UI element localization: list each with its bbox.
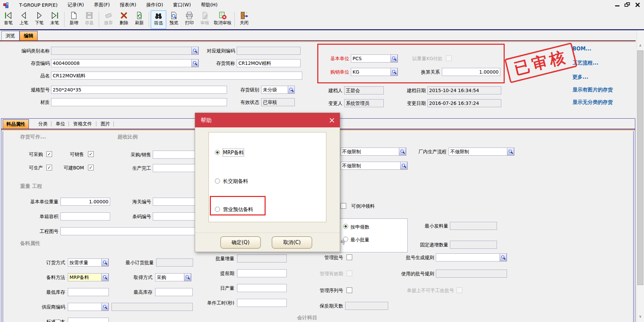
help-dialog: 帮助 MRP备料 长交期备料 营业预估备料 确定(Q) 取消(C) <box>195 113 340 252</box>
limit2-lookup-button[interactable] <box>400 162 407 170</box>
spec-input[interactable]: 250*240*35 <box>51 86 227 94</box>
min-stock-input[interactable] <box>68 288 109 296</box>
first-record-button[interactable]: 首笔 <box>1 10 16 29</box>
box-volume-input[interactable] <box>60 212 110 220</box>
restore-icon[interactable] <box>623 1 633 8</box>
used-batch-rule-input <box>436 270 507 278</box>
section-usable: 存货可作... <box>20 134 46 140</box>
menu-help[interactable]: 帮助(H) <box>196 0 222 10</box>
batch-rule-input[interactable] <box>436 253 507 261</box>
label-trade-unit: 购销单位 <box>325 68 349 76</box>
subtab-unit[interactable]: 单位 <box>52 119 68 129</box>
item-name-input[interactable]: CR12MOV精料 <box>51 72 302 80</box>
scrollbar-thumb[interactable] <box>637 50 643 285</box>
max-stock-input[interactable] <box>155 288 193 296</box>
label-sales-forecast[interactable]: 营业预估备料 <box>223 206 253 213</box>
audit-icon <box>200 11 209 20</box>
daily-output-input[interactable] <box>237 284 287 292</box>
issue-by-request-radio[interactable] <box>343 224 348 229</box>
supplier-lookup-button[interactable] <box>101 303 108 311</box>
item-code-input[interactable]: 400400008 <box>51 59 199 67</box>
subtab-item-attributes[interactable]: 料品属性 <box>3 119 29 129</box>
base-weight-input[interactable]: 1.00000 <box>60 198 110 206</box>
factory-flow-lookup-button[interactable] <box>507 148 514 156</box>
coding-category-input[interactable] <box>51 47 199 55</box>
backflush-checkbox[interactable] <box>340 203 346 209</box>
std-cost-input[interactable] <box>68 318 109 322</box>
menu-window[interactable]: 窗口(W) <box>168 0 196 10</box>
dialog-close-icon[interactable] <box>328 116 336 124</box>
panel-inner-border <box>3 131 3 322</box>
limit1-input[interactable]: 不做限制 <box>340 148 406 156</box>
manage-serial-checkbox[interactable] <box>347 287 352 293</box>
factory-flow-input[interactable]: 不做限制 <box>449 148 514 156</box>
limit2-input[interactable]: 不做限制 <box>340 162 408 170</box>
label-mrp-stock[interactable]: MRP备料 <box>223 149 244 156</box>
limit1-lookup-button[interactable] <box>399 148 406 156</box>
subtab-qualification[interactable]: 资格文件 <box>70 119 95 129</box>
audit-button: 审核 <box>197 10 213 29</box>
item-code-lookup-button[interactable] <box>191 59 198 67</box>
tab-edit[interactable]: 编辑 <box>19 31 38 40</box>
coding-category-lookup-button[interactable] <box>191 47 198 55</box>
sellable-checkbox[interactable] <box>88 151 94 157</box>
close-icon[interactable] <box>633 1 643 8</box>
link-bom[interactable]: BOM... <box>572 46 591 52</box>
order-mode-lookup-button[interactable] <box>101 258 108 267</box>
item-abbr-input[interactable]: CR12MOV精料 <box>237 59 301 67</box>
label-create-date: 建档日期 <box>393 86 426 94</box>
refresh-button[interactable]: 刷新 <box>132 10 147 29</box>
rule-code-input[interactable] <box>237 47 301 55</box>
filter-button[interactable]: 筛选 <box>151 10 166 29</box>
tab-browse[interactable]: 浏览 <box>1 31 19 40</box>
scroll-up-icon[interactable]: ∧ <box>637 42 644 49</box>
cancel-button[interactable]: 取消(C) <box>272 236 312 249</box>
mrp-stock-radio[interactable] <box>215 150 220 155</box>
unit-time-input[interactable] <box>237 299 287 307</box>
label-base-weight: 基本单位重量 <box>17 198 58 206</box>
subtab-image[interactable]: 图片 <box>97 119 113 129</box>
batch-rule-lookup-button[interactable] <box>500 253 507 261</box>
preview-button[interactable]: 预览 <box>166 10 182 29</box>
label-long-leadtime[interactable]: 长交期备料 <box>223 177 248 185</box>
menu-record[interactable]: 记录(R) <box>62 0 89 10</box>
manage-batch-checkbox[interactable] <box>347 254 352 260</box>
new-button[interactable]: 新增 <box>66 10 82 29</box>
trade-unit-lookup-button[interactable] <box>390 68 398 76</box>
producible-checkbox[interactable] <box>46 165 52 170</box>
subtab-classification[interactable]: 分类 <box>35 119 51 129</box>
section-over-ratio: 超收比例 <box>118 134 138 140</box>
prev-record-button[interactable]: 上笔 <box>16 10 32 29</box>
lead-time-input[interactable] <box>237 269 287 277</box>
stock-method-lookup-button[interactable] <box>101 273 108 281</box>
ok-button[interactable]: 确定(Q) <box>220 236 261 249</box>
magnifier-icon <box>501 255 506 260</box>
delete-button[interactable]: 删除 <box>116 10 132 29</box>
conversion-input[interactable]: 1.00000 <box>442 68 500 76</box>
bomable-checkbox[interactable] <box>88 165 94 170</box>
scroll-down-icon[interactable]: ∨ <box>637 313 644 320</box>
next-record-button[interactable]: 下笔 <box>32 10 47 29</box>
link-more[interactable]: 更多... <box>572 74 588 80</box>
print-button[interactable]: 打印 <box>182 10 197 29</box>
sales-forecast-radio[interactable] <box>215 207 220 212</box>
material-input[interactable] <box>51 98 227 106</box>
link-show-with-image[interactable]: 显示有图片的存货 <box>572 87 613 93</box>
long-leadtime-radio[interactable] <box>215 178 220 184</box>
minimize-icon[interactable] <box>612 1 623 8</box>
base-unit-lookup-button[interactable] <box>390 54 398 63</box>
link-show-unclassified[interactable]: 显示无分类的存货 <box>572 99 613 106</box>
link-process-flow[interactable]: 工艺流程... <box>572 60 598 66</box>
menu-tgroup-erp[interactable]: T-GROUP ERP(E) <box>14 1 62 9</box>
cancel-audit-button[interactable]: 取消审核 <box>213 10 233 29</box>
purchasable-checkbox[interactable] <box>46 151 52 157</box>
last-record-button[interactable]: 末笔 <box>47 10 62 29</box>
menu-operation[interactable]: 操作(O) <box>141 0 168 10</box>
acquire-mode-lookup-button[interactable] <box>184 273 191 281</box>
close-window-button[interactable]: 关闭 <box>236 10 252 29</box>
toolbar-separator <box>149 12 149 27</box>
menu-interface[interactable]: 界面(F) <box>89 0 115 10</box>
tab-underline-orange <box>0 41 636 42</box>
level-lookup-button[interactable] <box>288 86 295 94</box>
menu-report[interactable]: 报表(R) <box>115 0 141 10</box>
